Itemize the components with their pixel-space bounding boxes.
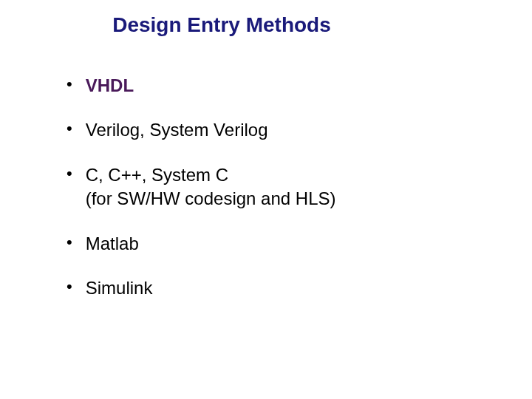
list-item: • VHDL — [66, 74, 532, 98]
bullet-icon: • — [66, 276, 72, 298]
bullet-list: • VHDL • Verilog, System Verilog • C, C+… — [0, 74, 532, 300]
list-item: • Matlab — [66, 232, 532, 256]
slide-title: Design Entry Methods — [0, 13, 532, 37]
bullet-icon: • — [66, 118, 72, 140]
list-item-text: Simulink — [86, 276, 153, 300]
bullet-icon: • — [66, 232, 72, 253]
bullet-icon: • — [66, 74, 72, 95]
list-item-text: Matlab — [86, 232, 139, 256]
bullet-icon: • — [66, 163, 72, 185]
list-item-text: VHDL — [86, 74, 134, 98]
list-item-text: Verilog, System Verilog — [86, 118, 268, 142]
list-item: • Verilog, System Verilog — [66, 118, 532, 142]
list-item-text: C, C++, System C(for SW/HW codesign and … — [86, 163, 336, 211]
list-item: • C, C++, System C(for SW/HW codesign an… — [66, 163, 532, 211]
list-item: • Simulink — [66, 276, 532, 300]
